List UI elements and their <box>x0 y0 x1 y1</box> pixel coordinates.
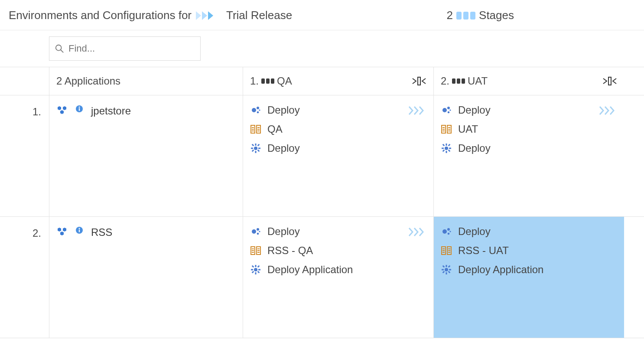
grid-header: 2 Applications 1. QA 2. UAT <box>0 67 644 95</box>
deploy-dots-icon <box>250 226 261 237</box>
info-icon[interactable] <box>74 105 85 113</box>
collapse-icon[interactable] <box>602 76 617 86</box>
stage-cell[interactable]: Deploy RSS - QA <box>243 217 433 338</box>
svg-rect-74 <box>255 265 257 267</box>
svg-rect-96 <box>446 272 447 274</box>
svg-point-83 <box>447 228 450 231</box>
environment-label: QA <box>267 123 283 135</box>
svg-rect-77 <box>258 269 260 271</box>
release-chevrons-icon <box>196 10 222 21</box>
header-title-prefix: Environments and Configurations for <box>9 9 192 22</box>
stage-cell[interactable]: Deploy RSS - UAT <box>433 217 624 338</box>
svg-point-15 <box>257 111 259 114</box>
svg-rect-49 <box>442 148 444 149</box>
svg-rect-32 <box>257 144 260 147</box>
release-name: Trial Release <box>226 9 292 22</box>
row-number: 2. <box>0 217 49 338</box>
svg-rect-95 <box>446 265 447 267</box>
deploy-label: Deploy <box>458 225 491 238</box>
svg-rect-51 <box>442 144 445 147</box>
svg-rect-33 <box>252 150 254 152</box>
table-row: 1. jpetstore <box>0 95 644 217</box>
stage-icon <box>261 78 274 84</box>
svg-point-37 <box>449 109 451 111</box>
process-gear-icon <box>441 264 452 275</box>
svg-rect-98 <box>449 269 451 271</box>
environment-icon <box>441 124 452 134</box>
svg-rect-76 <box>251 269 253 271</box>
row-number: 1. <box>0 95 49 216</box>
environment-icon <box>250 246 261 255</box>
svg-point-35 <box>447 107 450 109</box>
svg-rect-5 <box>418 77 420 85</box>
process-label: Deploy <box>267 142 300 154</box>
svg-marker-55 <box>58 228 61 232</box>
svg-rect-100 <box>448 271 451 274</box>
collapse-icon[interactable] <box>412 76 426 86</box>
svg-rect-80 <box>257 265 260 268</box>
environment-icon <box>441 246 452 255</box>
svg-marker-2 <box>208 11 213 20</box>
search-input[interactable] <box>68 42 195 55</box>
svg-point-62 <box>257 228 259 231</box>
svg-point-84 <box>448 233 450 235</box>
environment-icon <box>250 124 261 134</box>
svg-rect-79 <box>257 271 260 274</box>
stage-2-name: UAT <box>468 75 488 87</box>
app-type-icon <box>56 105 68 115</box>
svg-point-59 <box>79 228 80 229</box>
svg-point-11 <box>79 107 80 108</box>
search-box[interactable] <box>49 36 201 61</box>
expand-chevrons-icon[interactable] <box>408 227 426 239</box>
svg-rect-54 <box>442 150 445 152</box>
svg-rect-27 <box>255 151 257 153</box>
deploy-dots-icon <box>250 105 261 115</box>
expand-chevrons-icon[interactable] <box>408 106 426 118</box>
svg-rect-101 <box>448 265 451 268</box>
process-gear-icon <box>250 143 261 153</box>
search-row <box>0 30 644 67</box>
stage-2-num: 2. <box>441 75 449 87</box>
stage-column-header-1[interactable]: 1. QA <box>243 67 433 95</box>
svg-rect-81 <box>252 271 254 274</box>
svg-rect-26 <box>255 144 257 146</box>
expand-chevrons-icon[interactable] <box>599 106 616 118</box>
svg-rect-50 <box>449 148 451 149</box>
svg-point-25 <box>254 147 257 150</box>
stage-cell[interactable]: Deploy QA <box>243 95 433 216</box>
svg-marker-0 <box>196 11 201 20</box>
app-name: RSS <box>91 226 112 238</box>
app-cell[interactable]: jpetstore <box>49 95 243 216</box>
svg-point-94 <box>445 268 448 271</box>
svg-rect-29 <box>258 148 260 149</box>
stage-column-header-2[interactable]: 2. UAT <box>433 67 624 95</box>
stage-cell[interactable]: Deploy UAT <box>433 95 624 216</box>
svg-rect-30 <box>252 144 254 147</box>
stage-1-name: QA <box>277 75 292 87</box>
svg-marker-9 <box>60 110 64 114</box>
svg-point-63 <box>257 233 259 235</box>
info-icon[interactable] <box>74 226 85 234</box>
svg-point-73 <box>254 268 257 271</box>
stage-1-num: 1. <box>250 75 259 87</box>
svg-marker-7 <box>58 106 61 110</box>
process-label: Deploy <box>458 142 491 154</box>
environment-label: RSS - QA <box>267 245 313 257</box>
stages-label: Stages <box>479 9 514 22</box>
svg-point-64 <box>259 231 260 232</box>
app-cell[interactable]: RSS <box>49 217 243 338</box>
svg-rect-75 <box>255 272 257 274</box>
svg-marker-57 <box>60 232 64 235</box>
svg-point-46 <box>445 147 448 150</box>
environment-label: UAT <box>458 123 478 135</box>
svg-rect-47 <box>446 144 447 146</box>
process-label: Deploy Application <box>267 264 353 276</box>
svg-rect-12 <box>79 108 80 111</box>
deploy-label: Deploy <box>267 225 300 238</box>
deploy-dots-icon <box>441 105 452 115</box>
svg-point-14 <box>257 107 259 109</box>
rows-container: 1. jpetstore <box>0 95 644 338</box>
svg-point-61 <box>252 229 256 234</box>
svg-rect-28 <box>251 148 253 149</box>
svg-point-82 <box>442 229 447 234</box>
